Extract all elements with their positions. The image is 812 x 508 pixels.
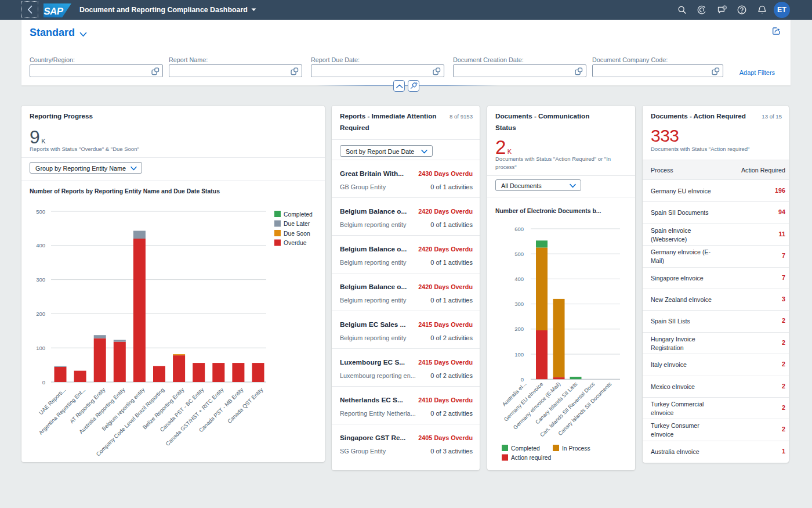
svg-text:400: 400 bbox=[36, 242, 45, 248]
svg-text:500: 500 bbox=[514, 251, 524, 257]
svg-text:100: 100 bbox=[36, 345, 45, 351]
svg-text:0: 0 bbox=[42, 379, 45, 385]
svg-text:Completed: Completed bbox=[511, 445, 540, 452]
svg-text:Overdue: Overdue bbox=[284, 240, 307, 246]
svg-text:Action required: Action required bbox=[511, 455, 552, 461]
svg-text:300: 300 bbox=[36, 276, 45, 283]
svg-text:In Process: In Process bbox=[562, 445, 590, 452]
svg-text:Due Later: Due Later bbox=[284, 221, 310, 227]
svg-text:Due Soon: Due Soon bbox=[284, 230, 310, 237]
svg-text:500: 500 bbox=[36, 208, 45, 215]
svg-text:300: 300 bbox=[514, 301, 524, 307]
svg-text:400: 400 bbox=[514, 276, 524, 282]
svg-text:200: 200 bbox=[514, 326, 524, 332]
svg-text:SAP: SAP bbox=[44, 6, 64, 17]
svg-text:Canada QST Entity: Canada QST Entity bbox=[226, 386, 264, 424]
svg-text:200: 200 bbox=[36, 311, 45, 317]
svg-text:600: 600 bbox=[514, 226, 524, 232]
svg-text:Completed: Completed bbox=[284, 211, 313, 218]
svg-text:AT Reporting Entity: AT Reporting Entity bbox=[68, 386, 107, 424]
svg-text:100: 100 bbox=[514, 351, 524, 358]
